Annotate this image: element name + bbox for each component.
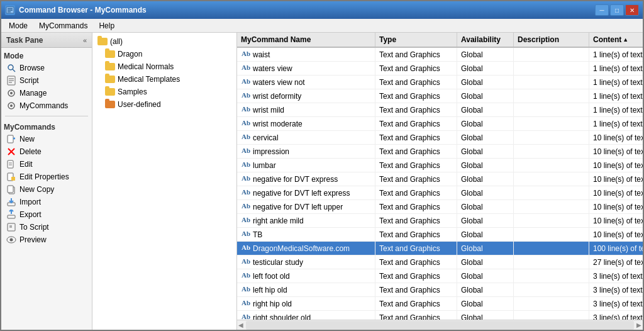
delete-action[interactable]: Delete — [4, 145, 89, 158]
row-type-icon: Ab — [241, 229, 251, 240]
svg-text:Ab: Ab — [242, 77, 250, 85]
sort-ascending-icon: ▲ — [623, 36, 628, 43]
scroll-left-btn[interactable]: ◀ — [237, 322, 245, 328]
table-row[interactable]: Ab TB Text and Graphics Global 10 line(s… — [237, 228, 643, 242]
table-row[interactable]: Ab waist Text and Graphics Global 1 line… — [237, 48, 643, 62]
new-copy-action[interactable]: New Copy — [4, 183, 89, 196]
table-row[interactable]: Ab impression Text and Graphics Global 1… — [237, 145, 643, 159]
table-row[interactable]: Ab DragonMedicalSoftware.com Text and Gr… — [237, 242, 643, 255]
cell-type: Text and Graphics — [375, 172, 457, 186]
scroll-track[interactable] — [246, 321, 634, 330]
table-row[interactable]: Ab cervical Text and Graphics Global 10 … — [237, 131, 643, 145]
table-row[interactable]: Ab waters view Text and Graphics Global … — [237, 62, 643, 76]
table-row[interactable]: Ab wrist deformity Text and Graphics Glo… — [237, 89, 643, 103]
menu-mode[interactable]: Mode — [4, 20, 33, 31]
table-body: Ab waist Text and Graphics Global 1 line… — [237, 48, 643, 320]
row-type-icon: Ab — [241, 160, 251, 171]
table-row[interactable]: Ab left hip old Text and Graphics Global… — [237, 283, 643, 297]
preview-icon — [6, 235, 16, 245]
row-type-icon: Ab — [241, 243, 251, 254]
maximize-button[interactable]: □ — [610, 4, 624, 16]
import-action[interactable]: Import — [4, 196, 89, 208]
window-controls: ─ □ ✕ — [595, 4, 639, 16]
folder-all[interactable]: (all) — [92, 35, 236, 48]
cell-description — [514, 131, 589, 144]
sidebar-item-manage[interactable]: Manage — [4, 87, 89, 99]
edit-properties-label: Edit Properties — [19, 172, 69, 181]
col-header-type[interactable]: Type — [375, 33, 457, 47]
table-row[interactable]: Ab lumbar Text and Graphics Global 10 li… — [237, 159, 643, 172]
table-row[interactable]: Ab negative for DVT express Text and Gra… — [237, 172, 643, 186]
col-header-description[interactable]: Description — [514, 33, 589, 47]
svg-text:Ab: Ab — [242, 188, 250, 196]
cell-description — [514, 89, 589, 103]
row-name-text: negative for DVT left upper — [253, 203, 343, 211]
folder-medical-templates[interactable]: Medical Templates — [92, 73, 236, 86]
svg-text:Ab: Ab — [242, 147, 250, 154]
table-row[interactable]: Ab negative for DVT left express Text an… — [237, 186, 643, 200]
row-name-text: left foot old — [253, 272, 290, 281]
row-name-text: waist — [253, 50, 270, 59]
cell-type: Text and Graphics — [375, 214, 457, 227]
folder-tree: (all) Dragon Medical Normals Medical Tem… — [92, 33, 237, 330]
row-name-text: wrist mild — [253, 106, 284, 115]
svg-text:Ab: Ab — [242, 105, 250, 113]
table-row[interactable]: Ab negative for DVT left upper Text and … — [237, 200, 643, 214]
table-row[interactable]: Ab right hip old Text and Graphics Globa… — [237, 297, 643, 311]
folder-user-defined[interactable]: User-defined — [92, 98, 236, 111]
menu-mycommands[interactable]: MyCommands — [34, 20, 92, 31]
cell-content: 1 line(s) of text — [589, 62, 643, 75]
cell-availability: Global — [457, 117, 514, 130]
to-script-action[interactable]: To Script — [4, 221, 89, 233]
cell-availability: Global — [457, 255, 514, 269]
scroll-right-btn[interactable]: ▶ — [635, 322, 643, 328]
cell-description — [514, 103, 589, 116]
sidebar-item-script[interactable]: Script — [4, 74, 89, 87]
svg-rect-2 — [8, 10, 13, 11]
row-name-text: cervical — [253, 133, 279, 142]
table-row[interactable]: Ab right shoulder old Text and Graphics … — [237, 311, 643, 320]
col-header-content[interactable]: Content ▲ — [589, 33, 643, 47]
edit-action[interactable]: Edit — [4, 158, 89, 171]
cell-name: Ab left foot old — [237, 269, 375, 283]
cell-description — [514, 76, 589, 89]
folder-samples-icon — [105, 88, 115, 96]
col-header-availability[interactable]: Availability — [457, 33, 514, 47]
folder-dragon[interactable]: Dragon — [92, 48, 236, 60]
menu-help[interactable]: Help — [94, 20, 119, 31]
svg-text:Ab: Ab — [242, 244, 250, 251]
cell-availability: Global — [457, 311, 514, 320]
sidebar-divider-1 — [5, 116, 88, 116]
row-name-text: waters view — [253, 64, 292, 73]
sidebar-item-browse[interactable]: Browse — [4, 62, 89, 74]
cell-content: 3 line(s) of text — [589, 311, 643, 320]
col-header-name[interactable]: MyCommand Name — [237, 33, 375, 47]
edit-properties-action[interactable]: Edit Properties — [4, 171, 89, 183]
horizontal-scrollbar[interactable]: ◀ ▶ — [237, 320, 643, 330]
table-row[interactable]: Ab waters view not Text and Graphics Glo… — [237, 76, 643, 89]
close-button[interactable]: ✕ — [625, 4, 639, 16]
cell-availability: Global — [457, 89, 514, 103]
cell-type: Text and Graphics — [375, 117, 457, 130]
cell-name: Ab wrist mild — [237, 103, 375, 116]
row-type-icon: Ab — [241, 215, 251, 226]
folder-samples[interactable]: Samples — [92, 86, 236, 98]
table-row[interactable]: Ab testicular study Text and Graphics Gl… — [237, 255, 643, 269]
task-pane-collapse[interactable]: « — [83, 36, 87, 44]
svg-rect-25 — [8, 186, 13, 193]
mycommands-section: MyCommands New Delete — [1, 119, 92, 247]
preview-action[interactable]: Preview — [4, 233, 89, 246]
sidebar-item-mycommands[interactable]: MyCommands — [4, 99, 89, 112]
table-row[interactable]: Ab wrist mild Text and Graphics Global 1… — [237, 103, 643, 117]
table-row[interactable]: Ab left foot old Text and Graphics Globa… — [237, 269, 643, 283]
folder-all-icon — [97, 38, 108, 45]
row-type-icon: Ab — [241, 174, 251, 184]
export-action[interactable]: Export — [4, 208, 89, 221]
new-action[interactable]: New — [4, 133, 89, 145]
table-row[interactable]: Ab wrist moderate Text and Graphics Glob… — [237, 117, 643, 131]
folder-medical-normals[interactable]: Medical Normals — [92, 60, 236, 73]
minimize-button[interactable]: ─ — [595, 4, 609, 16]
table-row[interactable]: Ab right ankle mild Text and Graphics Gl… — [237, 214, 643, 228]
import-icon — [6, 197, 16, 207]
svg-rect-28 — [8, 215, 15, 218]
